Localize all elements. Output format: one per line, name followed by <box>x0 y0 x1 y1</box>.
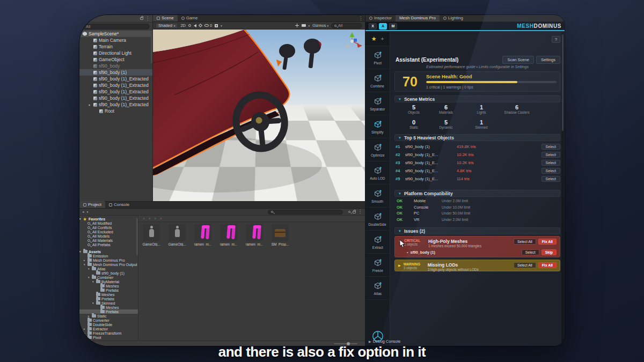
breadcrumb-segment[interactable] <box>142 216 147 221</box>
scene-viewport[interactable] <box>153 29 365 201</box>
help-button[interactable]: ? <box>552 36 560 43</box>
project-tree-item[interactable]: Prefabs <box>79 297 138 301</box>
project-search-input[interactable] <box>268 210 343 215</box>
hierarchy-item[interactable]: Main Camera <box>79 37 152 43</box>
hierarchy-search-input[interactable]: All <box>82 24 150 29</box>
expand-arrow-icon[interactable]: ▾ <box>88 276 91 279</box>
expand-arrow-icon[interactable]: ▾ <box>89 103 92 107</box>
tab-scene[interactable]: Scene <box>153 15 178 21</box>
panel-scrollbar[interactable] <box>561 32 564 345</box>
project-tree-item[interactable]: Meshes <box>79 284 138 288</box>
side-mirrors[interactable] <box>279 39 321 70</box>
project-tree-item[interactable]: ▾ ByMaterial <box>79 279 138 284</box>
gizmos-dropdown[interactable]: Gizmos ▾ <box>312 23 328 28</box>
project-tree-item[interactable]: ▾ Skinned <box>79 301 138 305</box>
project-tree-item[interactable]: Prefabs <box>79 309 138 314</box>
asset-item[interactable]: ramen_m... <box>218 224 239 246</box>
fix-all-button[interactable]: Fix All <box>538 239 557 245</box>
skip-button[interactable]: Skip <box>541 249 557 255</box>
tab-mesh-dominus-pro[interactable]: Mesh Dominus Pro <box>396 15 440 21</box>
asset-item[interactable]: GameObj... <box>166 224 188 246</box>
project-tree-item[interactable]: All Models <box>79 234 138 238</box>
hierarchy-item[interactable]: sf90_body (1)_Extracted <box>79 95 152 101</box>
expand-arrow-icon[interactable]: ▸ <box>84 258 86 262</box>
hierarchy-scrollbar[interactable] <box>151 31 152 63</box>
expand-arrow-icon[interactable]: ▾ <box>79 250 82 253</box>
tab-lighting[interactable]: Lighting <box>440 15 467 21</box>
tool-item-extract[interactable]: Extract <box>365 231 390 254</box>
expand-arrow-icon[interactable]: ▸ <box>84 327 86 330</box>
project-tree-item[interactable]: All Modified <box>79 221 138 225</box>
tool-item-atlas[interactable]: Atlas <box>365 277 390 300</box>
expand-arrow-icon[interactable]: ▶ <box>398 263 401 267</box>
tool-item-optimize[interactable]: Optimize <box>365 138 390 161</box>
expand-arrow-icon[interactable]: ▾ <box>84 263 86 266</box>
add-asset-button[interactable]: + <box>82 210 85 215</box>
hierarchy-item[interactable]: sf90_body (1)_Extracted <box>79 76 152 82</box>
expand-arrow-icon[interactable]: ▾ <box>88 267 91 270</box>
breadcrumb-segment[interactable] <box>159 216 164 221</box>
tool-item-smooth[interactable]: Smooth <box>365 184 390 208</box>
select-all-button[interactable]: Select All <box>514 262 536 268</box>
close-button[interactable]: X <box>369 23 377 29</box>
project-tree-item[interactable]: ▾ ★ Favorites <box>79 217 138 221</box>
section-platform-compatibility[interactable]: ▼ Platform Compatibility <box>394 190 560 197</box>
lock-icon[interactable] <box>140 17 143 20</box>
select-button[interactable]: Select <box>541 168 560 174</box>
project-tree-item[interactable]: ▾ Mesh Dominus Pro Output <box>79 262 138 267</box>
select-button[interactable]: Select <box>522 249 539 255</box>
tool-item-freeze[interactable]: Freeze <box>365 254 390 277</box>
select-button[interactable]: Select <box>541 176 560 182</box>
scene-search-input[interactable]: All <box>331 23 362 28</box>
select-button[interactable]: Select <box>541 152 560 158</box>
hierarchy-item[interactable]: ▾ sf90_body (1)_Extracted <box>79 101 152 108</box>
settings-button[interactable]: Settings <box>536 56 560 64</box>
fix-all-button[interactable]: Fix All <box>538 262 557 268</box>
2d-toggle[interactable]: 2D <box>180 23 186 28</box>
project-tree-item[interactable]: ▾ Combiner <box>79 275 138 279</box>
expand-arrow-icon[interactable]: ▾ <box>92 280 95 283</box>
hierarchy-item[interactable]: sf90_body <box>79 63 152 69</box>
tool-item-simplify[interactable]: Simplify <box>365 115 390 138</box>
asset-item[interactable]: SM_Prop... <box>269 224 291 246</box>
hidden-objects-toggle[interactable]: 0 <box>204 23 212 28</box>
project-tree-item[interactable]: All Excluded <box>79 230 138 234</box>
select-button[interactable]: Select <box>541 144 560 150</box>
tab-inspector[interactable]: Inspector <box>365 15 396 21</box>
hierarchy-item[interactable]: Root <box>79 108 152 114</box>
hierarchy-item[interactable]: sf90_body (1) <box>79 69 152 76</box>
audio-toggle-icon[interactable] <box>194 24 196 27</box>
tool-settings-icon[interactable] <box>295 24 299 27</box>
hierarchy-item[interactable]: sf90_body (1)_Extracted <box>79 88 152 95</box>
tab-game[interactable]: Game <box>178 15 202 21</box>
project-tree-item[interactable]: sf90_body (1) <box>79 271 138 275</box>
project-tree-scrollbar[interactable] <box>136 218 138 255</box>
project-tree-item[interactable]: Meshes <box>79 292 138 297</box>
expand-arrow-icon[interactable]: ▸ <box>84 331 86 335</box>
breadcrumb-segment[interactable] <box>153 216 158 221</box>
hierarchy-item[interactable]: SampleScene* <box>79 31 152 37</box>
tool-item-pivot[interactable]: Pivot <box>365 46 390 69</box>
favorite-star-icon[interactable]: ★ <box>371 35 377 42</box>
tool-item-doubleside[interactable]: DoubleSide <box>365 208 390 231</box>
lock-icon[interactable] <box>353 211 356 213</box>
expand-arrow-icon[interactable]: ▾ <box>79 217 82 220</box>
kebab-menu-icon[interactable]: ⋮ <box>358 210 362 214</box>
tab-project[interactable]: Project <box>79 201 105 208</box>
tool-item-auto-lod[interactable]: Auto LOD <box>365 161 390 184</box>
select-all-button[interactable]: Select All <box>514 239 536 245</box>
project-tree-item[interactable]: All Materials <box>79 238 138 242</box>
project-tree-item[interactable]: All Prefabs <box>79 242 138 247</box>
shading-mode-dropdown[interactable]: Shaded ▾ <box>156 23 178 28</box>
project-tree-item[interactable]: Prefabs <box>79 288 138 292</box>
tab-console[interactable]: Console <box>105 201 133 208</box>
section-top5-heaviest[interactable]: ▼ Top 5 Heaviest Objects <box>394 134 560 141</box>
hierarchy-item[interactable]: Directional Light <box>79 50 152 56</box>
tool-item-separator[interactable]: Separator <box>365 92 390 115</box>
mode-m-button[interactable]: M <box>389 23 397 29</box>
section-scene-metrics[interactable]: ▼ Scene Metrics <box>394 95 560 102</box>
expand-arrow-icon[interactable]: ▾ <box>92 301 95 305</box>
project-tree-item[interactable]: All Conflicts <box>79 225 138 230</box>
kebab-menu-icon[interactable]: ⋮ <box>145 17 150 21</box>
orientation-gizmo[interactable] <box>344 32 362 48</box>
